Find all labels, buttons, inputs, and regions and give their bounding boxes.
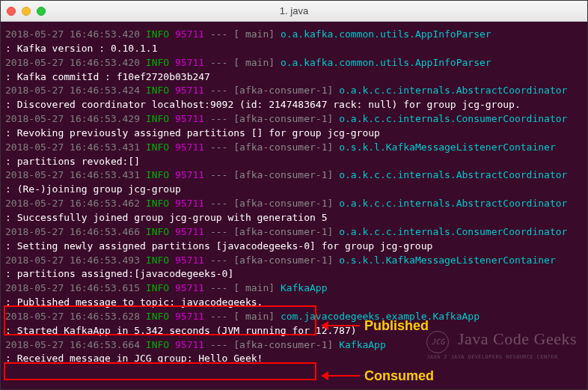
log-message: : Started KafkaApp in 5.342 seconds (JVM… — [5, 324, 583, 338]
label-published: Published — [364, 316, 429, 335]
log-line: 2018-05-27 16:46:53.429 INFO 95711 --- [… — [5, 112, 583, 127]
log-message: : Kafka commitId : f10ef2720b03b247 — [5, 70, 583, 85]
label-consumed: Consumed — [364, 366, 434, 386]
log-line: 2018-05-27 16:46:53.462 INFO 95711 --- [… — [5, 197, 583, 211]
terminal-output[interactable]: 2018-05-27 16:46:53.420 INFO 95711 --- [… — [1, 22, 587, 389]
log-line: 2018-05-27 16:46:53.615 INFO 95711 --- [… — [5, 281, 583, 296]
log-line: 2018-05-27 16:46:53.424 INFO 95711 --- [… — [5, 84, 583, 98]
log-line: 2018-05-27 16:46:53.493 INFO 95711 --- [… — [5, 254, 583, 268]
log-message: : Revoking previously assigned partition… — [5, 127, 583, 141]
window-title: 1. java — [1, 5, 587, 16]
log-line: 2018-05-27 16:46:53.431 INFO 95711 --- [… — [5, 168, 583, 183]
log-line: 2018-05-27 16:46:53.664 INFO 95711 --- [… — [5, 338, 583, 353]
log-message: : (Re-)joining group jcg-group — [5, 183, 583, 197]
log-message: : Published message to topic: javacodege… — [5, 296, 583, 310]
log-line: 2018-05-27 16:46:53.431 INFO 95711 --- [… — [5, 141, 583, 155]
window-titlebar: 1. java — [1, 1, 587, 22]
log-line: 2018-05-27 16:46:53.628 INFO 95711 --- [… — [5, 310, 583, 324]
log-line: 2018-05-27 16:46:53.420 INFO 95711 --- [… — [5, 28, 583, 42]
log-message: : partitions assigned:[javacodegeeks-0] — [5, 267, 583, 281]
arrow-published: Published — [322, 316, 429, 335]
log-line: 2018-05-27 16:46:53.420 INFO 95711 --- [… — [5, 56, 583, 70]
log-message: : Kafka version : 0.10.1.1 — [5, 42, 583, 56]
arrow-consumed: Consumed — [322, 366, 434, 386]
log-message: : Successfully joined group jcg-group wi… — [5, 211, 583, 225]
log-message: : Discovered coordinator localhost:9092 … — [5, 98, 583, 112]
log-line: 2018-05-27 16:46:53.466 INFO 95711 --- [… — [5, 225, 583, 240]
log-message: : partitions revoked:[] — [5, 155, 583, 169]
log-message: : Received message in JCG group: Hello G… — [5, 352, 583, 366]
log-message: : Setting newly assigned partitions [jav… — [5, 240, 583, 254]
